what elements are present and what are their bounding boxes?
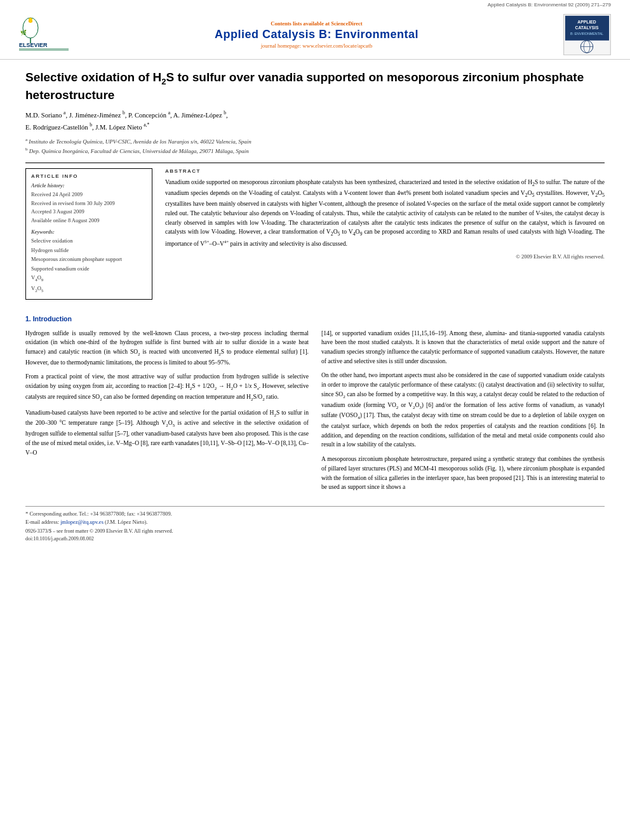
svg-text:APPLIED: APPLIED (577, 20, 596, 24)
affiliations: a Instituto de Tecnología Química, UPV-C… (25, 137, 605, 156)
page: Applied Catalysis B: Environmental 92 (2… (0, 0, 630, 840)
abstract-title: ABSTRACT (165, 168, 605, 174)
introduction-section: 1. Introduction Hydrogen sulfide is usua… (25, 315, 605, 498)
footer-doi: doi:10.1016/j.apcatb.2009.08.002 (25, 536, 605, 542)
keyword-3: Mesoporous zirconium phosphate support (31, 255, 147, 263)
footer-issn: 0926-3373/$ – see front matter © 2009 El… (25, 528, 605, 534)
contents-list-text: Contents lists available at (271, 20, 331, 27)
article-info-abstract-section: ARTICLE INFO Article history: Received 2… (25, 168, 605, 306)
issn-text: 0926-3373/$ – see front matter © 2009 El… (25, 528, 173, 534)
body-right-col: [14], or supported vanadium oxides [11,1… (321, 329, 605, 498)
received-date: Received 24 April 2009 (31, 190, 147, 199)
article-reference: Applied Catalysis B: Environmental 92 (2… (0, 0, 630, 8)
intro-para-2: From a practical point of view, the most… (25, 372, 309, 403)
homepage-text: journal homepage: www.elsevier.com/locat… (261, 43, 373, 49)
intro-para-6: A mesoporous zirconium phosphate heteros… (321, 455, 605, 492)
article-info-title: ARTICLE INFO (31, 173, 147, 179)
keyword-1: Selective oxidation (31, 236, 147, 245)
keyword-2: Hydrogen sulfide (31, 246, 147, 255)
journal-header: 🌿 ELSEVIER Contents lists available at S… (0, 8, 630, 60)
article-history-label: Article history: (31, 182, 147, 189)
catalysis-logo: APPLIED CATALYSIS B: ENVIRONMENTAL (563, 14, 611, 55)
corresponding-author-text: * Corresponding author. Tel.: +34 963877… (25, 510, 172, 517)
svg-text:B: ENVIRONMENTAL: B: ENVIRONMENTAL (570, 32, 603, 36)
article-title: Selective oxidation of H2S to sulfur ove… (25, 70, 605, 103)
footer: * Corresponding author. Tel.: +34 963877… (25, 506, 605, 542)
elsevier-logo: 🌿 ELSEVIER (19, 15, 70, 55)
keywords-label: Keywords: (31, 229, 147, 235)
email-suffix: (J.M. López Nieto). (104, 519, 147, 525)
abstract-text: Vanadium oxide supported on mesoporous z… (165, 178, 605, 249)
intro-para-5: On the other hand, two important aspects… (321, 371, 605, 450)
sciencedirect-link[interactable]: ScienceDirect (331, 20, 362, 27)
authors: M.D. Soriano a, J. Jiménez-Jiménez b, P.… (25, 109, 605, 133)
revised-date: Received in revised form 30 July 2009 (31, 199, 147, 208)
journal-center: Contents lists available at ScienceDirec… (70, 20, 563, 49)
article-info-column: ARTICLE INFO Article history: Received 2… (25, 168, 152, 306)
article-info-box: ARTICLE INFO Article history: Received 2… (25, 168, 152, 300)
section1-title: 1. Introduction (25, 315, 605, 323)
doi-text: doi:10.1016/j.apcatb.2009.08.002 (25, 536, 94, 542)
body-left-col: Hydrogen sulfide is usually removed by t… (25, 329, 309, 498)
divider (25, 163, 605, 163)
svg-text:CATALYSIS: CATALYSIS (575, 25, 599, 30)
keyword-4: Supported vanadium oxide (31, 264, 147, 273)
sciencedirect-line: Contents lists available at ScienceDirec… (70, 20, 563, 27)
keywords-list: Selective oxidation Hydrogen sulfide Mes… (31, 236, 147, 294)
article-ref-text: Applied Catalysis B: Environmental 92 (2… (488, 2, 611, 8)
available-online-date: Available online 8 August 2009 (31, 217, 147, 225)
intro-para-3: Vanadium-based catalysts have been repor… (25, 408, 309, 458)
keyword-5: V4O9 (31, 273, 147, 284)
svg-text:ELSEVIER: ELSEVIER (19, 42, 48, 48)
journal-homepage: journal homepage: www.elsevier.com/locat… (70, 43, 563, 49)
accepted-date: Accepted 3 August 2009 (31, 208, 147, 217)
main-content: Selective oxidation of H2S to sulfur ove… (0, 70, 630, 542)
keyword-6: V2O5 (31, 284, 147, 295)
intro-para-1: Hydrogen sulfide is usually removed by t… (25, 329, 309, 368)
intro-para-4: [14], or supported vanadium oxides [11,1… (321, 329, 605, 366)
copyright: © 2009 Elsevier B.V. All rights reserved… (165, 253, 605, 260)
footer-email: E-mail address: jmlopez@itq.upv.es (J.M.… (25, 518, 605, 526)
body-two-col: Hydrogen sulfide is usually removed by t… (25, 329, 605, 498)
svg-point-8 (29, 18, 32, 23)
email-address[interactable]: jmlopez@itq.upv.es (60, 519, 104, 525)
journal-title: Applied Catalysis B: Environmental (70, 28, 563, 41)
email-label: E-mail address: (25, 519, 59, 525)
abstract-column: ABSTRACT Vanadium oxide supported on mes… (165, 168, 605, 306)
footer-corresponding-author: * Corresponding author. Tel.: +34 963877… (25, 510, 605, 518)
